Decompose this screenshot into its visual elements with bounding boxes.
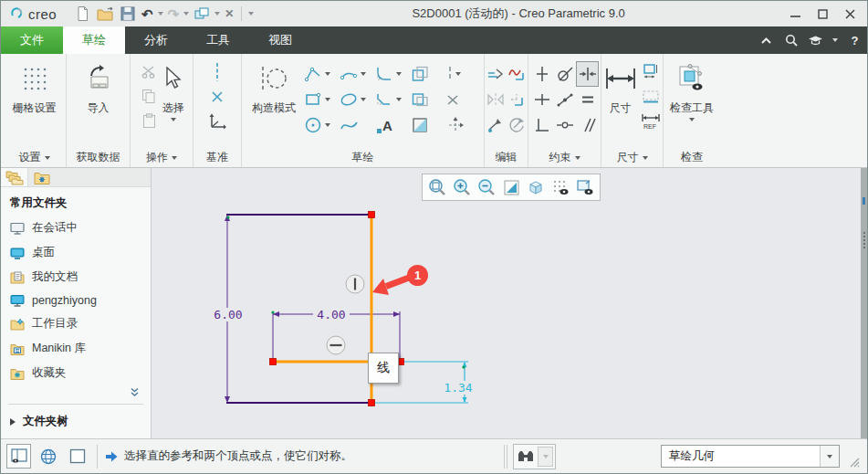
sketch-canvas[interactable]: 6.00 4.00 1.34 1 线 — [152, 168, 861, 438]
zoom-in-button[interactable] — [450, 176, 474, 199]
collapse-ribbon-button[interactable] — [754, 26, 779, 54]
model-tree-button[interactable] — [65, 444, 89, 469]
folder-browser-tab[interactable] — [1, 168, 28, 186]
sketch-csys-button[interactable] — [444, 112, 480, 138]
symmetric-constraint-button[interactable] — [576, 61, 599, 87]
selection-filter-combobox[interactable]: 草绘几何 — [661, 445, 840, 468]
chamfer-tool-button[interactable] — [373, 87, 409, 112]
point-datum-button[interactable] — [205, 84, 229, 109]
learning-center-button[interactable] — [803, 26, 828, 54]
learning-center-dropdown[interactable] — [828, 26, 842, 54]
circle-tool-button[interactable] — [302, 112, 338, 138]
dimension-button[interactable]: 尺寸 — [602, 56, 639, 116]
group-label-operations[interactable]: 操作 — [131, 148, 193, 167]
line-tool-button[interactable] — [302, 61, 338, 87]
import-button[interactable]: 导入 — [82, 56, 115, 116]
equal-constraint-button[interactable] — [576, 87, 599, 112]
construction-mode-button[interactable]: 构造模式 — [246, 56, 302, 116]
dimension-width-value[interactable]: 4.00 — [313, 308, 350, 321]
ellipse-dropdown[interactable] — [361, 98, 366, 101]
modify-button[interactable] — [486, 61, 507, 87]
nav-item-favorites[interactable]: 收藏夹 — [1, 361, 151, 385]
nav-item-my-documents[interactable]: 我的文档 — [1, 265, 151, 290]
selection-filter-dropdown[interactable] — [820, 446, 839, 467]
dimension-height-value[interactable]: 6.00 — [210, 308, 246, 321]
select-dropdown[interactable] — [171, 118, 176, 121]
fillet-dropdown[interactable] — [396, 72, 402, 76]
text-tool-button[interactable]: A — [373, 112, 409, 138]
nav-item-desktop[interactable]: 桌面 — [1, 240, 151, 265]
divide-button[interactable] — [507, 87, 528, 112]
nav-item-working-directory[interactable]: 工作目录 — [1, 311, 151, 336]
zoom-out-button[interactable] — [475, 176, 498, 199]
window-switch-button[interactable] — [191, 4, 213, 24]
fillet-tool-button[interactable] — [373, 61, 409, 87]
new-file-button[interactable] — [72, 4, 93, 24]
inspect-tools-dropdown[interactable] — [689, 118, 695, 121]
paste-button[interactable] — [137, 109, 161, 133]
line-dropdown[interactable] — [325, 72, 330, 76]
resize-grip[interactable] — [850, 458, 862, 473]
favorites-tab[interactable] — [28, 168, 56, 186]
fill-tool-button[interactable] — [409, 112, 444, 138]
sketch-view-button[interactable] — [573, 176, 597, 199]
group-label-settings[interactable]: 设置 — [3, 148, 66, 167]
mirror-button[interactable] — [486, 87, 507, 112]
group-label-dimension[interactable]: 尺寸 — [601, 148, 663, 167]
dimension-offset-value[interactable]: 1.34 — [442, 381, 475, 395]
repaint-button[interactable] — [499, 176, 523, 199]
qat-customize-dropdown[interactable] — [248, 12, 254, 16]
vertical-constraint-button[interactable] — [530, 61, 553, 87]
display-style-button[interactable] — [524, 176, 548, 199]
toggle-navigator-button[interactable] — [6, 444, 31, 469]
thicken-tool-button[interactable] — [409, 87, 444, 112]
right-panel-strip[interactable] — [861, 168, 867, 438]
find-dropdown[interactable] — [538, 447, 553, 467]
grid-settings-button[interactable]: 栅格设置 — [11, 56, 58, 116]
chamfer-dropdown[interactable] — [396, 98, 402, 101]
select-button[interactable]: 选择 — [161, 56, 186, 121]
cut-button[interactable] — [137, 59, 161, 84]
undo-button[interactable]: ↶ — [139, 4, 156, 24]
maximize-button[interactable] — [809, 4, 836, 24]
group-label-constrain[interactable]: 约束 — [528, 148, 601, 167]
folder-tree-toggle[interactable]: 文件夹树 — [1, 405, 151, 438]
rectangle-tool-button[interactable] — [302, 87, 338, 112]
transform-button[interactable] — [507, 112, 528, 138]
tab-analysis[interactable]: 分析 — [125, 26, 187, 54]
tab-sketch[interactable]: 草绘 — [63, 26, 125, 54]
close-button[interactable] — [836, 4, 863, 24]
nav-item-computer[interactable]: pengzhiyong — [1, 290, 151, 311]
tangent-constraint-button[interactable] — [553, 61, 576, 87]
inspect-tools-button[interactable]: 检查工具 — [668, 56, 716, 121]
open-file-button[interactable] — [93, 4, 117, 24]
horizontal-constraint-button[interactable] — [530, 87, 553, 112]
midpoint-constraint-button[interactable] — [553, 87, 576, 112]
circle-dropdown[interactable] — [325, 123, 330, 127]
offset-tool-button[interactable] — [409, 61, 444, 87]
perpendicular-constraint-button[interactable] — [530, 112, 553, 138]
perimeter-dimension-button[interactable] — [639, 59, 663, 84]
datum-display-button[interactable] — [549, 176, 572, 199]
arc-dropdown[interactable] — [361, 72, 366, 76]
rotate-resize-button[interactable] — [486, 112, 507, 138]
arc-tool-button[interactable] — [338, 61, 373, 87]
tab-view[interactable]: 视图 — [249, 26, 311, 54]
redo-dropdown[interactable] — [183, 12, 189, 16]
refit-button[interactable] — [425, 176, 449, 199]
nav-item-in-session[interactable]: 在会话中 — [1, 216, 151, 240]
parallel-constraint-button[interactable] — [576, 112, 599, 138]
centerline-dropdown[interactable] — [455, 72, 461, 76]
copy-button[interactable] — [137, 84, 161, 109]
close-window-button[interactable]: ✕ — [222, 4, 236, 24]
tab-file[interactable]: 文件 — [1, 26, 63, 54]
navigator-expand-chevron[interactable] — [1, 385, 151, 399]
nav-item-manikin-library[interactable]: Manikin 库 — [1, 336, 151, 361]
centerline-tool-button[interactable] — [444, 61, 480, 87]
rectangle-dropdown[interactable] — [325, 98, 330, 101]
point-tool-button[interactable] — [444, 87, 480, 112]
search-button[interactable] — [779, 26, 803, 54]
save-button[interactable] — [117, 4, 139, 24]
ellipse-tool-button[interactable] — [338, 87, 373, 112]
reference-dimension-button[interactable]: REF — [639, 109, 663, 133]
